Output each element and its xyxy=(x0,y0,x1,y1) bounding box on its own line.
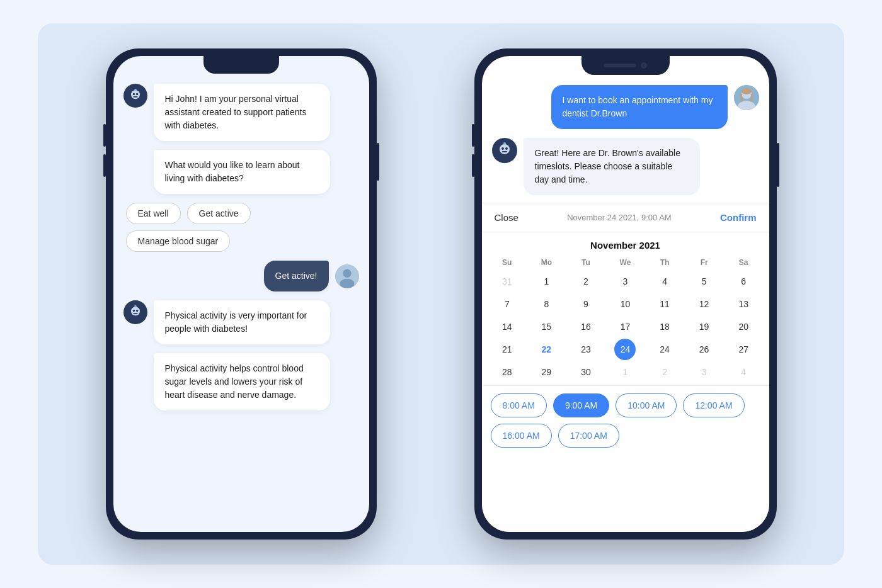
svg-rect-25 xyxy=(502,151,507,152)
cal-day-1b[interactable]: 1 xyxy=(614,361,636,383)
user-avatar-2 xyxy=(734,85,759,110)
phone-1-screen: Hi John! I am your personal virtual assi… xyxy=(113,56,369,532)
calendar-month-title: November 2021 xyxy=(482,232,769,256)
phone2-volume-down-btn[interactable] xyxy=(472,154,474,177)
svg-point-24 xyxy=(505,147,508,150)
svg-point-20 xyxy=(742,88,752,94)
cal-day-7[interactable]: 7 xyxy=(496,293,518,315)
cal-day-8[interactable]: 8 xyxy=(536,293,557,315)
cal-day-19[interactable]: 19 xyxy=(694,316,715,337)
option-get-active[interactable]: Get active xyxy=(187,203,251,224)
day-header-th: Th xyxy=(646,256,684,269)
user-bubble-2: I want to book an appointment with my de… xyxy=(551,85,728,129)
time-slot-900[interactable]: 9:00 AM xyxy=(553,393,609,417)
svg-point-3 xyxy=(135,93,138,96)
cal-day-11[interactable]: 11 xyxy=(654,293,675,315)
option-eat-well[interactable]: Eat well xyxy=(126,203,181,224)
cal-day-5[interactable]: 5 xyxy=(694,271,715,292)
svg-point-16 xyxy=(134,305,137,308)
bot-response-bubble-1: Physical activity is very important for … xyxy=(154,300,330,344)
phone-2-notch xyxy=(581,56,670,75)
cal-day-12[interactable]: 12 xyxy=(694,293,715,315)
svg-point-27 xyxy=(503,142,506,145)
day-header-mo: Mo xyxy=(527,256,566,269)
volume-up-btn[interactable] xyxy=(103,124,106,147)
bot-response-2-row: Great! Here are Dr. Brown's available ti… xyxy=(492,138,759,195)
cal-day-28[interactable]: 28 xyxy=(496,361,518,383)
svg-point-8 xyxy=(343,269,351,277)
cal-day-22[interactable]: 22 xyxy=(536,339,557,360)
bot-message-1-row: Hi John! I am your personal virtual assi… xyxy=(113,84,369,141)
svg-point-23 xyxy=(501,147,504,150)
cal-day-4b[interactable]: 4 xyxy=(733,361,754,383)
day-header-fr: Fr xyxy=(685,256,723,269)
bot-avatar-3 xyxy=(492,138,517,163)
svg-point-9 xyxy=(340,278,354,288)
time-slot-800[interactable]: 8:00 AM xyxy=(491,393,547,417)
cal-day-24-selected[interactable]: 24 xyxy=(614,339,636,360)
cal-day-9[interactable]: 9 xyxy=(575,293,597,315)
option-buttons-group: Eat well Get active Manage blood sugar xyxy=(113,203,369,252)
user-message-2-row: I want to book an appointment with my de… xyxy=(492,85,759,129)
time-slot-1700[interactable]: 17:00 AM xyxy=(558,424,619,448)
svg-point-12 xyxy=(132,310,135,312)
calendar-confirm-btn[interactable]: Confirm xyxy=(720,212,757,223)
time-slot-1600[interactable]: 16:00 AM xyxy=(491,424,552,448)
cal-day-17[interactable]: 17 xyxy=(614,316,636,337)
cal-day-3b[interactable]: 3 xyxy=(694,361,715,383)
phone2-volume-up-btn[interactable] xyxy=(472,124,474,147)
cal-day-6[interactable]: 6 xyxy=(733,271,754,292)
cal-day-30[interactable]: 30 xyxy=(575,361,597,383)
cal-day-31[interactable]: 31 xyxy=(496,271,518,292)
phone-2-screen: I want to book an appointment with my de… xyxy=(482,56,769,532)
calendar-close-btn[interactable]: Close xyxy=(495,212,518,223)
cal-day-4[interactable]: 4 xyxy=(654,271,675,292)
svg-point-13 xyxy=(135,310,138,312)
user-bubble-1: Get active! xyxy=(264,261,329,291)
bot-response-bubble-2: Physical activity helps control blood su… xyxy=(154,353,330,410)
day-header-sa: Sa xyxy=(724,256,763,269)
svg-point-6 xyxy=(134,89,137,91)
cal-day-29[interactable]: 29 xyxy=(536,361,557,383)
day-header-tu: Tu xyxy=(567,256,605,269)
day-header-su: Su xyxy=(488,256,527,269)
camera xyxy=(641,62,647,69)
user-avatar-1 xyxy=(335,264,359,288)
bot-avatar-2 xyxy=(123,300,147,324)
phone-1: Hi John! I am your personal virtual assi… xyxy=(106,48,377,540)
bot-bubble-3: Great! Here are Dr. Brown's available ti… xyxy=(524,138,700,195)
bot-bubble-2: What would you like to learn about livin… xyxy=(154,150,330,194)
volume-down-btn[interactable] xyxy=(103,154,106,177)
cal-day-24b[interactable]: 24 xyxy=(654,339,675,360)
cal-day-20[interactable]: 20 xyxy=(733,316,754,337)
cal-day-16[interactable]: 16 xyxy=(575,316,597,337)
chat2-messages: I want to book an appointment with my de… xyxy=(482,75,769,203)
cal-day-15[interactable]: 15 xyxy=(536,316,557,337)
phone-1-notch xyxy=(203,56,279,74)
cal-day-23[interactable]: 23 xyxy=(575,339,597,360)
cal-day-2[interactable]: 2 xyxy=(575,271,597,292)
calendar-header: Close November 24 2021, 9:00 AM Confirm xyxy=(482,203,769,232)
cal-day-2b[interactable]: 2 xyxy=(654,361,675,383)
cal-day-26[interactable]: 26 xyxy=(694,339,715,360)
svg-point-2 xyxy=(132,93,135,96)
bot-response-1-row: Physical activity is very important for … xyxy=(113,300,369,344)
cal-day-14[interactable]: 14 xyxy=(496,316,518,337)
power-btn[interactable] xyxy=(377,143,379,181)
time-slots-group: 8:00 AM 9:00 AM 10:00 AM 12:00 AM 16:00 … xyxy=(482,385,769,454)
cal-day-18[interactable]: 18 xyxy=(654,316,675,337)
phone2-power-btn[interactable] xyxy=(777,143,779,187)
cal-day-3[interactable]: 3 xyxy=(614,271,636,292)
cal-day-10[interactable]: 10 xyxy=(614,293,636,315)
time-slot-1000[interactable]: 10:00 AM xyxy=(616,393,677,417)
time-slot-1200[interactable]: 12:00 AM xyxy=(683,393,744,417)
cal-day-13[interactable]: 13 xyxy=(733,293,754,315)
user-message-row: Get active! xyxy=(113,261,369,291)
cal-day-27[interactable]: 27 xyxy=(733,339,754,360)
bot-avatar-1 xyxy=(123,84,147,108)
svg-rect-14 xyxy=(133,313,137,314)
cal-day-1[interactable]: 1 xyxy=(536,271,557,292)
option-manage-blood-sugar[interactable]: Manage blood sugar xyxy=(126,230,231,252)
cal-day-21[interactable]: 21 xyxy=(496,339,518,360)
bot-bubble-1: Hi John! I am your personal virtual assi… xyxy=(154,84,330,141)
